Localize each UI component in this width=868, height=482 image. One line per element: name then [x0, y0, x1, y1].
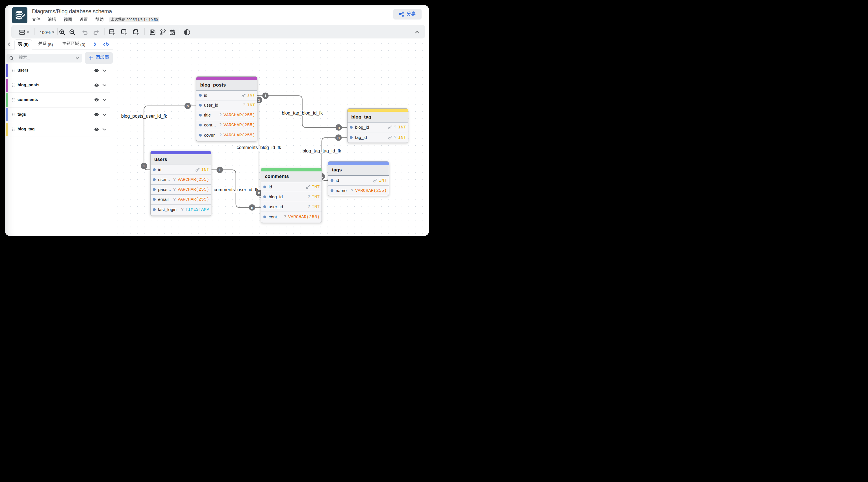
svg-text:comments_user_id_fk: comments_user_id_fk — [214, 187, 258, 192]
svg-text:n: n — [337, 136, 340, 140]
svg-text:1: 1 — [265, 94, 267, 98]
svg-text:blog_tag_tag_id_fk: blog_tag_tag_id_fk — [302, 148, 341, 153]
svg-text:n: n — [258, 191, 260, 195]
svg-text:blog_posts_user_id_fk: blog_posts_user_id_fk — [121, 113, 167, 119]
svg-text:1: 1 — [143, 164, 145, 168]
svg-text:n: n — [186, 104, 189, 108]
svg-text:n: n — [251, 205, 253, 209]
svg-text:n: n — [337, 125, 340, 130]
svg-text:blog_tag_blog_id_fk: blog_tag_blog_id_fk — [282, 110, 323, 116]
svg-text:comments_blog_id_fk: comments_blog_id_fk — [237, 145, 281, 150]
svg-text:1: 1 — [219, 168, 221, 172]
svg-text:1: 1 — [258, 98, 260, 103]
